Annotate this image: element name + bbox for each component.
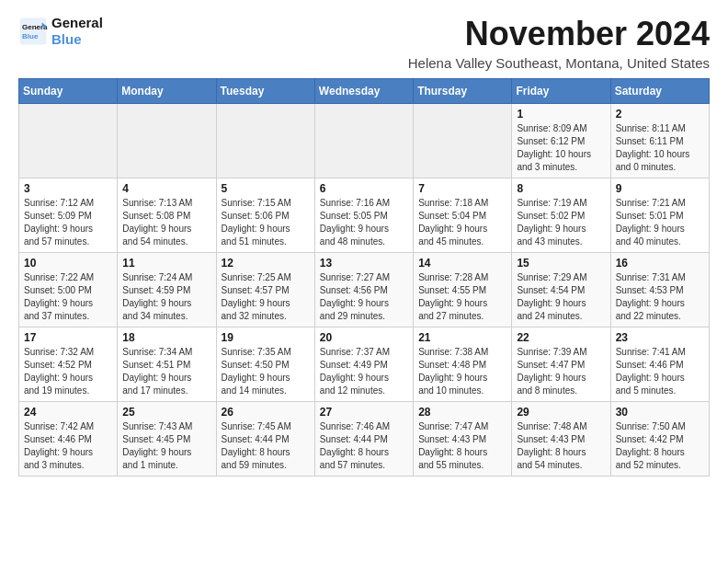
day-info: Sunrise: 7:39 AM Sunset: 4:47 PM Dayligh…	[517, 346, 605, 397]
day-info: Sunrise: 7:43 AM Sunset: 4:45 PM Dayligh…	[122, 420, 210, 472]
day-number: 10	[24, 257, 112, 270]
svg-text:Blue: Blue	[22, 32, 39, 40]
column-header-wednesday: Wednesday	[314, 79, 413, 104]
logo-icon: General Blue	[18, 17, 48, 46]
calendar-body: 1Sunrise: 8:09 AM Sunset: 6:12 PM Daylig…	[19, 104, 710, 477]
calendar-header: SundayMondayTuesdayWednesdayThursdayFrid…	[19, 79, 710, 104]
calendar-cell: 27Sunrise: 7:46 AM Sunset: 4:44 PM Dayli…	[314, 402, 413, 477]
day-number: 30	[616, 406, 704, 419]
day-number: 26	[222, 406, 310, 419]
day-info: Sunrise: 7:42 AM Sunset: 4:46 PM Dayligh…	[24, 420, 112, 472]
calendar-cell: 1Sunrise: 8:09 AM Sunset: 6:12 PM Daylig…	[512, 104, 610, 178]
day-info: Sunrise: 7:19 AM Sunset: 5:02 PM Dayligh…	[517, 197, 605, 248]
column-header-sunday: Sunday	[19, 79, 118, 104]
calendar-cell: 5Sunrise: 7:15 AM Sunset: 5:06 PM Daylig…	[216, 178, 314, 253]
day-number: 20	[320, 331, 408, 344]
day-number: 21	[418, 331, 506, 344]
calendar-cell	[414, 104, 512, 178]
calendar-cell: 8Sunrise: 7:19 AM Sunset: 5:02 PM Daylig…	[512, 178, 610, 253]
day-info: Sunrise: 7:18 AM Sunset: 5:04 PM Dayligh…	[418, 197, 506, 248]
day-info: Sunrise: 7:16 AM Sunset: 5:05 PM Dayligh…	[320, 197, 408, 248]
day-number: 25	[122, 406, 210, 419]
day-info: Sunrise: 7:31 AM Sunset: 4:53 PM Dayligh…	[616, 271, 704, 323]
day-info: Sunrise: 7:45 AM Sunset: 4:44 PM Dayligh…	[222, 420, 310, 472]
calendar-week-1: 1Sunrise: 8:09 AM Sunset: 6:12 PM Daylig…	[19, 104, 710, 178]
calendar-cell: 18Sunrise: 7:34 AM Sunset: 4:51 PM Dayli…	[118, 327, 216, 402]
calendar-cell: 20Sunrise: 7:37 AM Sunset: 4:49 PM Dayli…	[314, 327, 413, 402]
day-number: 18	[122, 331, 210, 344]
column-header-monday: Monday	[118, 79, 216, 104]
day-info: Sunrise: 7:22 AM Sunset: 5:00 PM Dayligh…	[24, 271, 112, 323]
column-header-friday: Friday	[512, 79, 610, 104]
calendar-cell: 13Sunrise: 7:27 AM Sunset: 4:56 PM Dayli…	[314, 253, 413, 327]
day-number: 23	[616, 331, 704, 344]
day-info: Sunrise: 7:46 AM Sunset: 4:44 PM Dayligh…	[320, 420, 408, 472]
column-header-tuesday: Tuesday	[216, 79, 314, 104]
page-header: General Blue General Blue November 2024 …	[18, 15, 710, 71]
calendar-cell: 21Sunrise: 7:38 AM Sunset: 4:48 PM Dayli…	[414, 327, 512, 402]
day-number: 27	[320, 406, 408, 419]
day-number: 22	[517, 331, 605, 344]
day-number: 6	[320, 182, 408, 195]
day-number: 16	[616, 257, 704, 270]
column-header-saturday: Saturday	[610, 79, 709, 104]
calendar-cell	[314, 104, 413, 178]
calendar-cell: 2Sunrise: 8:11 AM Sunset: 6:11 PM Daylig…	[610, 104, 709, 178]
day-info: Sunrise: 7:29 AM Sunset: 4:54 PM Dayligh…	[517, 271, 605, 323]
day-info: Sunrise: 7:27 AM Sunset: 4:56 PM Dayligh…	[320, 271, 408, 323]
location-subtitle: Helena Valley Southeast, Montana, United…	[408, 55, 710, 71]
calendar-cell: 25Sunrise: 7:43 AM Sunset: 4:45 PM Dayli…	[118, 402, 216, 477]
day-number: 1	[517, 108, 605, 121]
day-number: 7	[418, 182, 506, 195]
calendar-cell	[118, 104, 216, 178]
calendar-header-row: SundayMondayTuesdayWednesdayThursdayFrid…	[19, 79, 710, 104]
day-info: Sunrise: 7:38 AM Sunset: 4:48 PM Dayligh…	[418, 346, 506, 397]
calendar-week-3: 10Sunrise: 7:22 AM Sunset: 5:00 PM Dayli…	[19, 253, 710, 327]
day-number: 15	[517, 257, 605, 270]
day-info: Sunrise: 7:32 AM Sunset: 4:52 PM Dayligh…	[24, 346, 112, 397]
column-header-thursday: Thursday	[414, 79, 512, 104]
day-number: 28	[418, 406, 506, 419]
day-info: Sunrise: 7:28 AM Sunset: 4:55 PM Dayligh…	[418, 271, 506, 323]
calendar-cell: 11Sunrise: 7:24 AM Sunset: 4:59 PM Dayli…	[118, 253, 216, 327]
day-number: 29	[517, 406, 605, 419]
calendar-cell: 12Sunrise: 7:25 AM Sunset: 4:57 PM Dayli…	[216, 253, 314, 327]
day-number: 2	[616, 108, 704, 121]
calendar-cell: 4Sunrise: 7:13 AM Sunset: 5:08 PM Daylig…	[118, 178, 216, 253]
day-number: 5	[222, 182, 310, 195]
calendar-cell: 24Sunrise: 7:42 AM Sunset: 4:46 PM Dayli…	[19, 402, 118, 477]
day-number: 3	[24, 182, 112, 195]
calendar-cell: 14Sunrise: 7:28 AM Sunset: 4:55 PM Dayli…	[414, 253, 512, 327]
day-number: 14	[418, 257, 506, 270]
calendar-cell: 26Sunrise: 7:45 AM Sunset: 4:44 PM Dayli…	[216, 402, 314, 477]
day-info: Sunrise: 7:37 AM Sunset: 4:49 PM Dayligh…	[320, 346, 408, 397]
day-number: 9	[616, 182, 704, 195]
month-title: November 2024	[408, 15, 710, 53]
day-info: Sunrise: 7:48 AM Sunset: 4:43 PM Dayligh…	[517, 420, 605, 472]
day-info: Sunrise: 7:47 AM Sunset: 4:43 PM Dayligh…	[418, 420, 506, 472]
logo: General Blue General Blue	[18, 15, 103, 48]
day-number: 4	[122, 182, 210, 195]
calendar-week-5: 24Sunrise: 7:42 AM Sunset: 4:46 PM Dayli…	[19, 402, 710, 477]
calendar-cell: 23Sunrise: 7:41 AM Sunset: 4:46 PM Dayli…	[610, 327, 709, 402]
calendar-cell: 15Sunrise: 7:29 AM Sunset: 4:54 PM Dayli…	[512, 253, 610, 327]
day-info: Sunrise: 7:21 AM Sunset: 5:01 PM Dayligh…	[616, 197, 704, 248]
day-number: 8	[517, 182, 605, 195]
logo-text: General Blue	[51, 15, 103, 48]
day-info: Sunrise: 8:09 AM Sunset: 6:12 PM Dayligh…	[517, 122, 605, 174]
day-info: Sunrise: 7:13 AM Sunset: 5:08 PM Dayligh…	[122, 197, 210, 248]
day-info: Sunrise: 7:25 AM Sunset: 4:57 PM Dayligh…	[222, 271, 310, 323]
title-area: November 2024 Helena Valley Southeast, M…	[408, 15, 710, 71]
day-info: Sunrise: 7:41 AM Sunset: 4:46 PM Dayligh…	[616, 346, 704, 397]
day-number: 13	[320, 257, 408, 270]
day-info: Sunrise: 7:24 AM Sunset: 4:59 PM Dayligh…	[122, 271, 210, 323]
day-number: 19	[222, 331, 310, 344]
calendar-week-4: 17Sunrise: 7:32 AM Sunset: 4:52 PM Dayli…	[19, 327, 710, 402]
day-number: 12	[222, 257, 310, 270]
calendar-cell	[216, 104, 314, 178]
calendar-cell: 7Sunrise: 7:18 AM Sunset: 5:04 PM Daylig…	[414, 178, 512, 253]
calendar-cell: 22Sunrise: 7:39 AM Sunset: 4:47 PM Dayli…	[512, 327, 610, 402]
calendar-cell: 9Sunrise: 7:21 AM Sunset: 5:01 PM Daylig…	[610, 178, 709, 253]
calendar-cell: 16Sunrise: 7:31 AM Sunset: 4:53 PM Dayli…	[610, 253, 709, 327]
day-info: Sunrise: 8:11 AM Sunset: 6:11 PM Dayligh…	[616, 122, 704, 174]
